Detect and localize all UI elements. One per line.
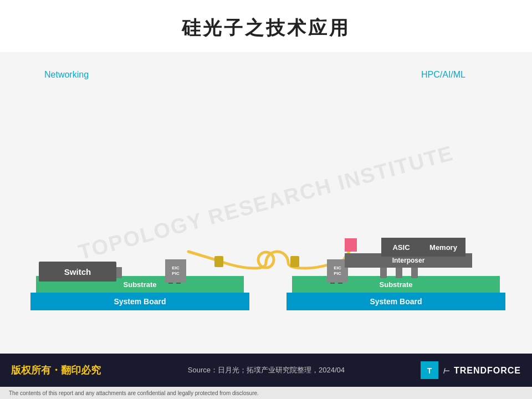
footer-logo: T ⊢ TRENDFORCE [421, 361, 521, 379]
asic-box: ASIC [381, 238, 421, 257]
sysboard-left: System Board [30, 293, 249, 310]
disclaimer-text: The contents of this report and any atta… [9, 390, 259, 396]
slide: 硅光子之技术应用 TOPOLOGY RESEARCH INSTITUTE Net… [0, 0, 532, 399]
section-label-networking: Networking [44, 70, 89, 80]
svg-rect-10 [214, 256, 223, 267]
diagram-area: TOPOLOGY RESEARCH INSTITUTE Networking H… [0, 52, 532, 354]
eic-pic-left: EICPIC [165, 259, 186, 283]
svg-text:T: T [427, 366, 432, 375]
footer: 版权所有・翻印必究 Source：日月光；拓墣产业研究院整理，2024/04 T… [0, 354, 532, 387]
svg-rect-11 [290, 256, 299, 267]
switch-label: Switch [64, 267, 91, 277]
eic-pic-left-label: EICPIC [172, 265, 179, 276]
footer-source: Source：日月光；拓墣产业研究院整理，2024/04 [112, 365, 421, 375]
substrate-right: Substrate [292, 276, 500, 293]
page-title: 硅光子之技术应用 [182, 18, 350, 38]
main-content: TOPOLOGY RESEARCH INSTITUTE Networking H… [0, 52, 532, 354]
substrate-right-label: Substrate [380, 280, 413, 289]
substrate-left-label: Substrate [124, 280, 157, 289]
hbm-box [345, 238, 357, 252]
footer-copyright: 版权所有・翻印必究 [11, 364, 101, 377]
svg-point-12 [258, 252, 274, 268]
trendforce-logo-icon: T [421, 361, 438, 379]
eic-pic-right-label: EICPIC [334, 265, 341, 276]
trendforce-logo-text: ⊢ TRENDFORCE [443, 365, 521, 376]
section-label-hpc: HPC/AI/ML [421, 70, 466, 80]
disclaimer-bar: The contents of this report and any atta… [0, 387, 532, 399]
sysboard-right-label: System Board [370, 297, 422, 306]
memory-label: Memory [429, 243, 457, 252]
memory-box: Memory [421, 238, 466, 257]
sysboard-right: System Board [287, 293, 505, 310]
sysboard-left-label: System Board [114, 297, 166, 306]
title-area: 硅光子之技术应用 [0, 0, 532, 52]
interposer-label: Interposer [392, 257, 425, 264]
switch-box: Switch [39, 262, 116, 282]
asic-label: ASIC [392, 243, 410, 252]
